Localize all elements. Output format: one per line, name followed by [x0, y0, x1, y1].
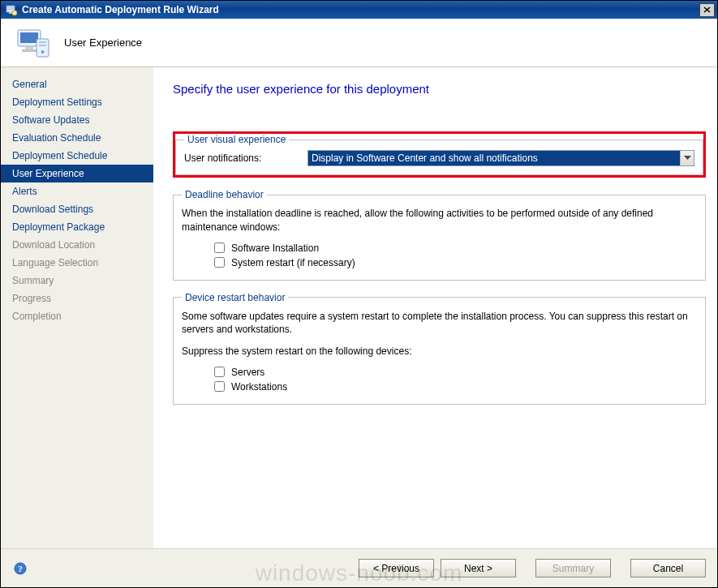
sidebar-item-download-location: Download Location	[1, 236, 153, 254]
window-title: Create Automatic Deployment Rule Wizard	[22, 4, 699, 15]
titlebar: Create Automatic Deployment Rule Wizard	[1, 1, 717, 19]
sidebar-item-evaluation-schedule[interactable]: Evaluation Schedule	[1, 129, 153, 147]
system-restart-label: System restart (if necessary)	[231, 257, 355, 268]
svg-text:?: ?	[18, 564, 23, 573]
user-notifications-value: Display in Software Center and show all …	[312, 152, 538, 164]
content: Specify the user experience for this dep…	[153, 67, 717, 548]
deadline-behavior-legend: Deadline behavior	[182, 189, 267, 200]
sidebar-item-alerts[interactable]: Alerts	[1, 182, 153, 200]
page-heading: Specify the user experience for this dep…	[173, 82, 706, 96]
user-visual-experience-group: User visual experience User notification…	[175, 134, 703, 175]
highlight-box: User visual experience User notification…	[173, 131, 706, 178]
body: General Deployment Settings Software Upd…	[1, 67, 717, 548]
cancel-button[interactable]: Cancel	[630, 559, 706, 577]
user-visual-experience-legend: User visual experience	[184, 134, 289, 145]
svg-rect-2	[9, 12, 12, 14]
svg-point-3	[12, 11, 17, 15]
sidebar-item-deployment-package[interactable]: Deployment Package	[1, 218, 153, 236]
sidebar-item-general[interactable]: General	[1, 75, 153, 93]
banner: User Experience	[1, 19, 717, 67]
svg-rect-7	[20, 32, 38, 43]
svg-marker-14	[684, 156, 691, 160]
help-icon[interactable]: ?	[14, 562, 27, 575]
summary-button: Summary	[535, 559, 611, 577]
device-restart-legend: Device restart behavior	[182, 292, 288, 303]
workstations-checkbox[interactable]	[214, 381, 225, 392]
suppress-label: Suppress the system restart on the follo…	[182, 345, 697, 358]
banner-computer-icon	[15, 25, 51, 61]
svg-rect-8	[25, 47, 33, 49]
sidebar-item-software-updates[interactable]: Software Updates	[1, 111, 153, 129]
deadline-behavior-group: Deadline behavior When the installation …	[173, 189, 706, 281]
sidebar-item-deployment-settings[interactable]: Deployment Settings	[1, 93, 153, 111]
sidebar-item-completion: Completion	[1, 307, 153, 325]
servers-checkbox[interactable]	[214, 367, 225, 377]
svg-rect-12	[39, 45, 46, 46]
software-installation-checkbox[interactable]	[214, 242, 225, 253]
system-restart-checkbox[interactable]	[214, 257, 225, 268]
next-button[interactable]: Next >	[441, 559, 516, 577]
user-notifications-label: User notifications:	[184, 152, 307, 164]
svg-rect-1	[7, 6, 14, 11]
banner-title: User Experience	[64, 36, 142, 49]
sidebar-item-deployment-schedule[interactable]: Deployment Schedule	[1, 147, 153, 165]
previous-button[interactable]: < Previous	[359, 559, 434, 577]
device-restart-description: Some software updates require a system r…	[182, 310, 697, 337]
sidebar-item-progress: Progress	[1, 290, 153, 307]
servers-label: Servers	[231, 367, 264, 378]
user-notifications-dropdown[interactable]: Display in Software Center and show all …	[307, 150, 694, 166]
close-button[interactable]	[699, 3, 715, 17]
svg-point-13	[41, 50, 45, 54]
software-installation-label: Software Installation	[231, 242, 319, 254]
footer: ? < Previous Next > Summary Cancel	[1, 548, 717, 587]
svg-rect-11	[39, 41, 46, 43]
sidebar-item-download-settings[interactable]: Download Settings	[1, 200, 153, 218]
sidebar-item-language-selection: Language Selection	[1, 254, 153, 272]
sidebar-item-summary: Summary	[1, 272, 153, 290]
chevron-down-icon	[680, 151, 694, 165]
sidebar-item-user-experience[interactable]: User Experience	[1, 165, 153, 182]
svg-rect-9	[22, 49, 37, 52]
device-restart-group: Device restart behavior Some software up…	[173, 292, 706, 405]
sidebar: General Deployment Settings Software Upd…	[1, 67, 153, 548]
wizard-window: Create Automatic Deployment Rule Wizard …	[0, 0, 718, 588]
app-icon	[5, 3, 18, 16]
workstations-label: Workstations	[231, 381, 287, 393]
deadline-description: When the installation deadline is reache…	[182, 207, 697, 234]
